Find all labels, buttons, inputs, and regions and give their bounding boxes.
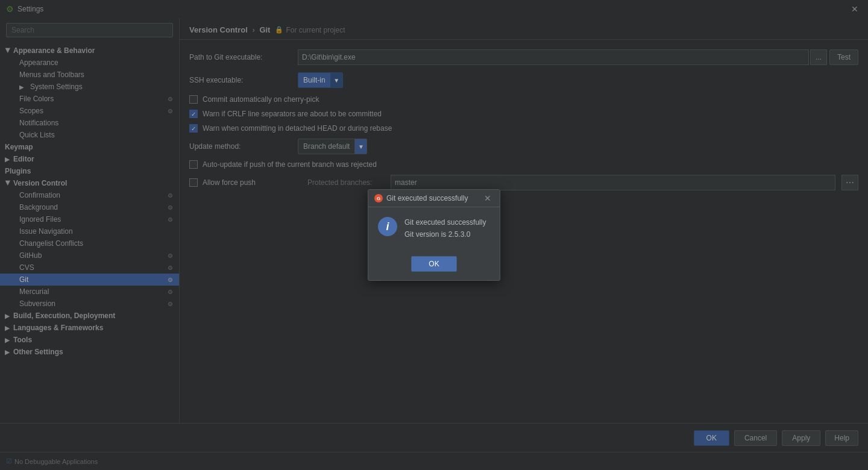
modal-close-button[interactable]: ✕ xyxy=(482,193,494,203)
git-icon: G xyxy=(374,194,383,202)
modal-message: Git executed successfully Git version is… xyxy=(404,217,486,240)
modal-footer: OK xyxy=(368,250,500,280)
settings-window: ⚙ Settings ✕ ▶ Appearance & Behavior App… xyxy=(0,0,868,470)
modal-dialog: G Git executed successfully ✕ i Git exec… xyxy=(368,189,500,280)
modal-ok-button[interactable]: OK xyxy=(411,256,456,272)
modal-title: G Git executed successfully xyxy=(374,194,468,202)
modal-titlebar: G Git executed successfully ✕ xyxy=(368,190,500,207)
modal-overlay: G Git executed successfully ✕ i Git exec… xyxy=(0,0,868,470)
modal-body: i Git executed successfully Git version … xyxy=(368,207,500,249)
info-icon: i xyxy=(378,217,397,236)
